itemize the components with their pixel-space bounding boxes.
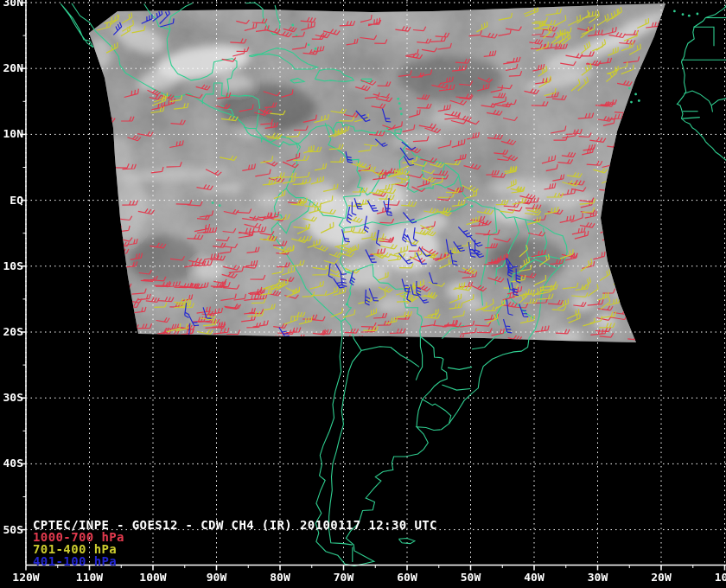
island-dot bbox=[308, 43, 310, 46]
island-dot bbox=[399, 107, 402, 110]
map-canvas bbox=[0, 0, 726, 588]
island-dot bbox=[219, 204, 221, 207]
brazil-state-10 bbox=[442, 385, 470, 390]
island-dot bbox=[291, 24, 294, 27]
island-dot bbox=[212, 201, 214, 204]
goes-cdw-satellite-wind-product: 30N20N10NEQ10S20S30S40S50S120W110W100W90… bbox=[0, 0, 726, 588]
baja-california bbox=[60, 4, 93, 48]
paraguay-river bbox=[416, 336, 422, 380]
island-dot bbox=[697, 13, 699, 16]
satellite-swath-layer bbox=[0, 0, 726, 588]
island-dot bbox=[398, 102, 401, 105]
chile-argentina-border bbox=[329, 350, 362, 545]
africa-border-2 bbox=[694, 27, 715, 46]
island-dot bbox=[638, 99, 640, 102]
island-dot bbox=[400, 112, 403, 115]
wind-level-legend: 1000-700 hPa 701-400 hPa 401-100 hPa bbox=[33, 531, 124, 567]
brazil-state-9 bbox=[448, 367, 472, 369]
mali-border bbox=[711, 99, 726, 105]
wind-barb-cluster-high bbox=[609, 247, 632, 263]
legend-item-high-level: 401-100 hPa bbox=[33, 555, 124, 567]
island-dot bbox=[630, 101, 633, 104]
uruguay-brazil-border bbox=[423, 399, 451, 424]
island-dot bbox=[682, 13, 685, 16]
island-dot bbox=[628, 87, 631, 90]
senegal-river bbox=[685, 91, 713, 112]
island-dot bbox=[471, 205, 474, 208]
island-dot bbox=[688, 15, 691, 17]
guinea-bissau-border bbox=[682, 118, 700, 119]
island-dot bbox=[346, 304, 348, 306]
pilcomayo-border bbox=[391, 348, 419, 368]
island-dot bbox=[315, 48, 317, 50]
paraguay-brazil-border bbox=[420, 336, 443, 368]
island-dot bbox=[634, 93, 637, 96]
africa-coast bbox=[677, 2, 726, 161]
legend-item-low-level: 1000-700 hPa bbox=[33, 531, 124, 543]
legend-item-mid-level: 701-400 hPa bbox=[33, 543, 124, 555]
map-svg bbox=[0, 0, 726, 588]
island-dot bbox=[673, 10, 676, 13]
island-dot bbox=[397, 98, 399, 100]
